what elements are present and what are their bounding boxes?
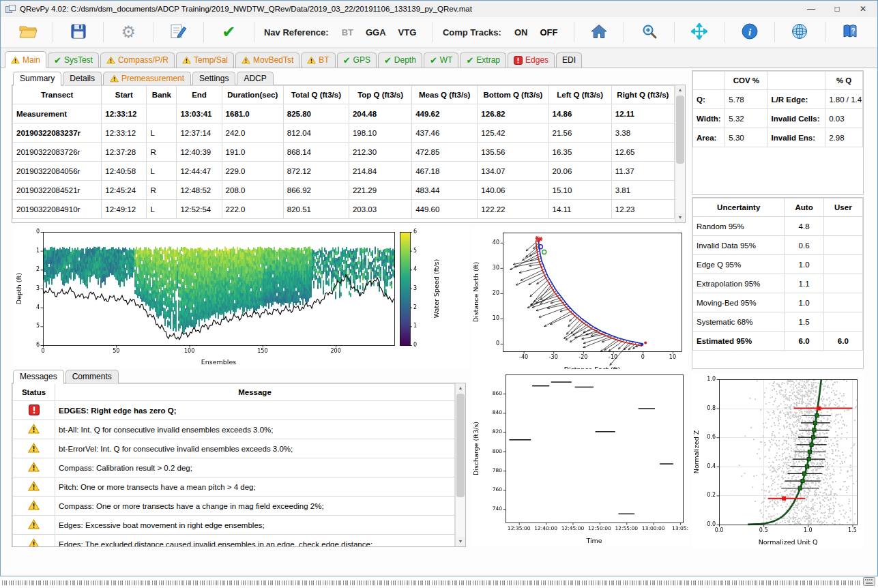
tab-label: SysTest xyxy=(64,55,93,65)
tab-label: Details xyxy=(70,74,95,83)
tab-wt[interactable]: ✔WT xyxy=(424,53,459,68)
cov-row: Q:5.78L/R Edge:1.80 / 1.47 xyxy=(693,90,863,109)
maximize-button[interactable]: □ xyxy=(824,4,850,14)
tab-edges[interactable]: Edges xyxy=(508,53,555,68)
uncertainty-header-row: UncertaintyAutoUser xyxy=(693,199,863,217)
column-header: Left Q (ft3/s) xyxy=(548,86,611,104)
website-button[interactable] xyxy=(785,19,815,45)
uncertainty-row: Invalid Data 95%0.6 xyxy=(693,236,863,255)
subtab-premeasurement[interactable]: Premeasurement xyxy=(103,72,191,85)
subtab-details[interactable]: Details xyxy=(63,72,102,85)
summary-header-row: TransectStartBankEndDuration(sec)Total Q… xyxy=(13,86,675,104)
cell: Systematic 68% xyxy=(693,312,785,332)
edit-comment-button[interactable] xyxy=(164,19,194,45)
tab-extrap[interactable]: ✔Extrap xyxy=(460,53,506,68)
scroll-down-icon[interactable]: ▼ xyxy=(675,213,685,222)
toolbar-separator xyxy=(624,22,624,42)
table-row[interactable]: 20190322083726r12:37:28R12:40:39191.0868… xyxy=(13,143,675,162)
svg-text:?: ? xyxy=(851,27,855,35)
uncertainty-row: Moving-Bed 95%1.0 xyxy=(693,293,863,312)
apply-check-button[interactable]: ✔ xyxy=(214,19,244,45)
msgtab-messages[interactable]: Messages xyxy=(13,370,64,384)
uncertainty-panel: UncertaintyAutoUserRandom 95%4.8Invalid … xyxy=(692,197,864,369)
cell: 872.12 xyxy=(283,162,349,181)
table-row[interactable]: 20190322084910r12:49:12L12:52:54222.0820… xyxy=(13,200,675,219)
tab-main[interactable]: Main xyxy=(5,51,46,68)
pan-button[interactable] xyxy=(684,19,714,45)
window-title: QRevPy 4.02: C:/dsm/dsm_documents/ADCP T… xyxy=(20,5,798,13)
cell: 820.51 xyxy=(283,200,349,219)
warning-icon xyxy=(11,56,20,64)
tab-compass-p-r[interactable]: Compass/P/R xyxy=(100,53,175,68)
comp-tracks-option-off[interactable]: OFF xyxy=(540,27,557,38)
cell: 16.35 xyxy=(548,143,611,162)
info-button[interactable]: i xyxy=(735,19,765,45)
main-tab-bar: Main✔SysTestCompass/P/RTemp/SalMovBedTst… xyxy=(1,48,877,68)
subtab-adcp[interactable]: ADCP xyxy=(237,72,273,85)
messages-scrollbar[interactable]: ▲ ▼ xyxy=(455,383,465,546)
help-button[interactable]: ? xyxy=(835,19,865,45)
comp-tracks-group: Comp Tracks:ONOFF xyxy=(443,27,564,38)
table-row[interactable]: Measurement12:33:1213:03:411681.0825.802… xyxy=(13,104,675,123)
subtab-settings[interactable]: Settings xyxy=(192,72,235,85)
error-status-icon xyxy=(13,401,55,420)
scroll-up-icon[interactable]: ▲ xyxy=(675,85,685,95)
home-view-button[interactable] xyxy=(584,19,614,45)
comp-tracks-option-on[interactable]: ON xyxy=(514,27,528,38)
cell: 20190322083726r xyxy=(13,143,102,162)
cell: 12.65 xyxy=(611,143,674,162)
cell: 12:44:47 xyxy=(177,162,222,181)
floppy-icon xyxy=(71,24,86,41)
extrapolation-plot[interactable] xyxy=(692,373,864,547)
warning-status-icon xyxy=(13,439,55,458)
wt-contour-plot[interactable] xyxy=(14,228,470,367)
options-button[interactable]: ⚙ xyxy=(113,19,143,45)
zoom-button[interactable] xyxy=(634,19,664,45)
tab-systest[interactable]: ✔SysTest xyxy=(48,53,99,68)
cell: Q: xyxy=(693,90,725,109)
tab-edi[interactable]: EDI xyxy=(556,53,582,68)
cell: 1.0 xyxy=(785,255,823,274)
subtab-summary[interactable]: Summary xyxy=(13,72,61,86)
scroll-down-icon[interactable]: ▼ xyxy=(456,537,465,546)
cell xyxy=(823,217,862,236)
table-row[interactable]: 20190322083237r12:33:12L12:37:14242.0812… xyxy=(13,123,675,143)
title-bar[interactable]: QRevPy 4.02: C:/dsm/dsm_documents/ADCP T… xyxy=(1,1,877,17)
nav-ref-option-bt[interactable]: BT xyxy=(342,27,353,38)
nav-ref-option-gga[interactable]: GGA xyxy=(366,27,386,38)
message-row: Edges: The excluded distance caused inva… xyxy=(13,535,455,547)
table-row[interactable]: 20190322084056r12:40:58L12:44:47229.0872… xyxy=(13,162,675,181)
summary-table-scrollbar[interactable]: ▲ ▼ xyxy=(675,85,685,222)
message-row: bt-ErrorVel: Int. Q for consecutive inva… xyxy=(13,439,455,458)
cell: L xyxy=(147,162,177,181)
tab-bt[interactable]: BT xyxy=(301,53,335,68)
tab-temp-sal[interactable]: Temp/Sal xyxy=(176,53,234,68)
toolbar-separator xyxy=(53,22,53,42)
tab-gps[interactable]: ✔GPS xyxy=(337,53,377,68)
nav-ref-option-vtg[interactable]: VTG xyxy=(398,27,417,38)
toolbar-separator xyxy=(774,22,775,42)
cell: 12:48:52 xyxy=(177,181,222,200)
save-button[interactable] xyxy=(63,19,93,45)
cell: Invalid Ens: xyxy=(767,128,825,147)
minimize-button[interactable]: — xyxy=(798,4,824,14)
check-icon: ✔ xyxy=(430,56,437,65)
msgtab-comments[interactable]: Comments xyxy=(65,370,119,383)
scroll-up-icon[interactable]: ▲ xyxy=(456,383,465,393)
cell: 191.0 xyxy=(222,143,283,162)
comp-tracks-label: Comp Tracks: xyxy=(443,27,501,38)
tab-depth[interactable]: ✔Depth xyxy=(378,53,422,68)
cell: 12.11 xyxy=(611,104,674,123)
toolbar-separator xyxy=(674,22,675,42)
shiptrack-plot[interactable] xyxy=(471,228,688,374)
open-button[interactable] xyxy=(13,19,43,45)
close-button[interactable]: ✕ xyxy=(850,4,876,14)
column-header: % Q xyxy=(825,72,863,90)
table-row[interactable]: 20190322084521r12:45:24R12:48:52208.0866… xyxy=(13,181,675,200)
warning-status-icon xyxy=(13,516,55,535)
tab-movbedtst[interactable]: MovBedTst xyxy=(235,53,299,68)
toolbar-separator xyxy=(825,22,825,42)
cov-row: Area:5.30Invalid Ens:2.98 xyxy=(693,128,863,147)
column-header: Right Q (ft3/s) xyxy=(611,86,674,104)
discharge-timeseries-plot[interactable] xyxy=(471,369,688,546)
